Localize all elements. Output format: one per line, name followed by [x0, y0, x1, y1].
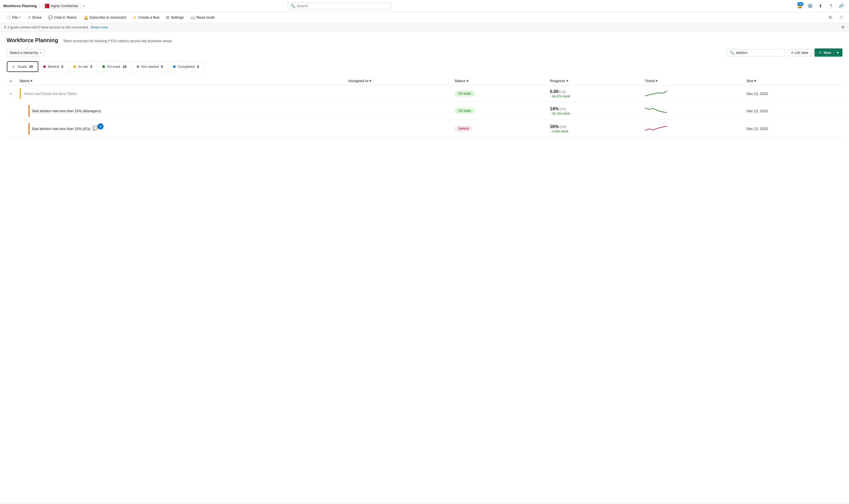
collapse-button[interactable]: ▾ — [10, 92, 12, 96]
goal-name: Attract and Retain the Best Talent — [23, 92, 76, 96]
col-progress[interactable]: Progress ▾ — [547, 77, 642, 85]
new-plus-icon: ＋ — [818, 50, 822, 55]
app-title: Workforce Planning — [3, 4, 37, 8]
help-button[interactable]: ? — [827, 2, 835, 11]
not-started-count: 0 — [161, 65, 163, 69]
notifications-button[interactable]: 🔔 119 — [795, 2, 804, 11]
col-assigned-to[interactable]: Assigned to ▾ — [345, 77, 451, 85]
list-view-icon: ≡ — [791, 51, 793, 55]
goals-count: 15 — [29, 65, 33, 69]
read-mode-button[interactable]: 📖 Read mode — [188, 14, 218, 21]
settings-button[interactable]: ⚙ Settings — [163, 14, 187, 21]
create-flow-button[interactable]: ⚡ Create a flow — [129, 14, 162, 21]
hierarchy-select[interactable]: Select a hierarchy ▾ — [6, 49, 45, 56]
goal-search-field[interactable]: 🔍 — [727, 49, 785, 56]
top-bar-left: Workforce Planning | ! Highly Confidenti… — [3, 3, 84, 9]
goal-name: Bad attrition rate less than 15% (Manage… — [32, 109, 101, 113]
assigned-to-cell — [345, 85, 451, 102]
svg-text:!: ! — [46, 5, 47, 7]
name-cell: Bad attrition rate less than 15% (ICs) 💬… — [16, 120, 345, 138]
table-row[interactable]: ▾ Attract and Retain the Best Talent On … — [6, 85, 843, 102]
file-button[interactable]: 📄 File ▾ — [3, 14, 23, 21]
notification-close-button[interactable]: ✕ — [841, 25, 845, 30]
filter-pill-at-risk[interactable]: At risk 3 — [68, 62, 97, 71]
filter-pill-on-track[interactable]: On track 10 — [98, 62, 132, 71]
hierarchy-chevron-icon: ▾ — [40, 51, 41, 54]
behind-dot — [43, 66, 46, 68]
name-sort-icon: ▾ — [30, 79, 32, 83]
status-badge: On track — [455, 108, 474, 114]
row-bar — [29, 105, 30, 117]
name-cell: Attract and Retain the Best Talent — [16, 85, 345, 102]
top-bar-divider: | — [39, 3, 40, 8]
status-cell: On track — [451, 102, 547, 120]
trend-cell — [642, 102, 743, 120]
top-bar-actions: 🔔 119 ⚙️ ⬇ ? 🔗 — [795, 2, 846, 11]
at-risk-label: At risk — [78, 65, 88, 69]
expand-cell[interactable]: ▾ — [6, 85, 16, 102]
create-flow-label: Create a flow — [138, 15, 159, 19]
subscribe-button[interactable]: 🔔 Subscribe to scorecard — [81, 14, 129, 21]
filter-pill-goals[interactable]: ✓ Goals 15 — [7, 61, 38, 72]
name-cell: Bad attrition rate less than 15% (Manage… — [16, 102, 345, 120]
trend-sort-icon: ▾ — [656, 79, 658, 83]
col-status[interactable]: Status ▾ — [451, 77, 547, 85]
expand-all-icon[interactable]: » — [10, 79, 12, 83]
new-button[interactable]: ＋ New ▾ — [814, 49, 843, 57]
table-row[interactable]: Bad attrition rate less than 15% (ICs) 💬… — [6, 120, 843, 138]
at-risk-dot — [73, 66, 76, 68]
completed-dot — [173, 66, 176, 68]
search-input[interactable] — [297, 4, 388, 8]
search-bar[interactable]: 🔍 — [288, 2, 392, 10]
share-button[interactable]: ↗ Share — [25, 14, 45, 21]
page-title: Workforce Planning — [6, 37, 58, 43]
table-header-row: » Name ▾ Assigned to ▾ Status ▾ Progress… — [6, 77, 843, 85]
notification-count: 119 — [797, 2, 803, 6]
expand-cell — [6, 102, 16, 120]
trend-chart — [645, 106, 667, 115]
share-icon: ↗ — [28, 15, 31, 20]
chevron-down-icon[interactable]: ▾ — [83, 4, 84, 8]
goal-search-input[interactable] — [736, 51, 782, 55]
new-chevron-icon: ▾ — [837, 51, 838, 55]
goals-check-icon: ✓ — [12, 65, 15, 69]
table-row[interactable]: Bad attrition rate less than 15% (Manage… — [6, 102, 843, 120]
col-trend[interactable]: Trend ▾ — [642, 77, 743, 85]
filter-pill-not-started[interactable]: Not started 0 — [132, 62, 168, 71]
file-icon: 📄 — [6, 15, 11, 20]
filter-pill-behind[interactable]: Behind 2 — [38, 62, 68, 71]
completed-label: Completed — [178, 65, 195, 69]
share-icon-button[interactable]: 🔗 — [837, 2, 846, 11]
due-sort-icon: ▾ — [754, 79, 756, 83]
read-mode-icon: 📖 — [190, 15, 195, 20]
progress-target: /5.00 — [558, 90, 566, 94]
favorite-button[interactable]: ☆ — [837, 13, 846, 22]
file-chevron-icon: ▾ — [19, 16, 21, 19]
due-cell: Dec 12, 2022 — [743, 102, 843, 120]
col-name[interactable]: Name ▾ — [16, 77, 345, 85]
filter-row: ✓ Goals 15 Behind 2 At risk 3 On track 1… — [6, 61, 204, 72]
refresh-button[interactable]: ↻ — [826, 13, 835, 22]
notification-text: 2 goals owners don't have access to this… — [7, 25, 89, 29]
chat-in-teams-button[interactable]: 💬 Chat in Teams — [46, 14, 80, 21]
confidential-label: Highly Confidential — [51, 4, 78, 8]
download-button[interactable]: ⬇ — [816, 2, 825, 11]
progress-sort-icon: ▾ — [566, 79, 568, 83]
goals-table: » Name ▾ Assigned to ▾ Status ▾ Progress… — [6, 77, 843, 138]
filter-pill-completed[interactable]: Completed 0 — [168, 62, 204, 71]
progress-cell: 16%/15% ↑ 9.99% MoM — [547, 120, 642, 138]
file-label: File — [12, 15, 18, 19]
trend-chart — [645, 88, 667, 98]
teams-icon: 💬 — [48, 15, 53, 20]
confidential-badge: ! Highly Confidential — [42, 3, 81, 9]
share-now-link[interactable]: Share now. — [90, 25, 108, 29]
new-btn-divider — [834, 50, 834, 55]
settings-icon-button[interactable]: ⚙️ — [806, 2, 814, 11]
view-toggle[interactable]: ≡ List view — [788, 49, 811, 56]
subscribe-label: Subscribe to scorecard — [89, 15, 126, 19]
share-label: Share — [32, 15, 41, 19]
hierarchy-label: Select a hierarchy — [10, 51, 38, 55]
due-cell: Dec 12, 2022 — [743, 120, 843, 138]
col-due[interactable]: Due ▾ — [743, 77, 843, 85]
status-cell: Behind — [451, 120, 547, 138]
